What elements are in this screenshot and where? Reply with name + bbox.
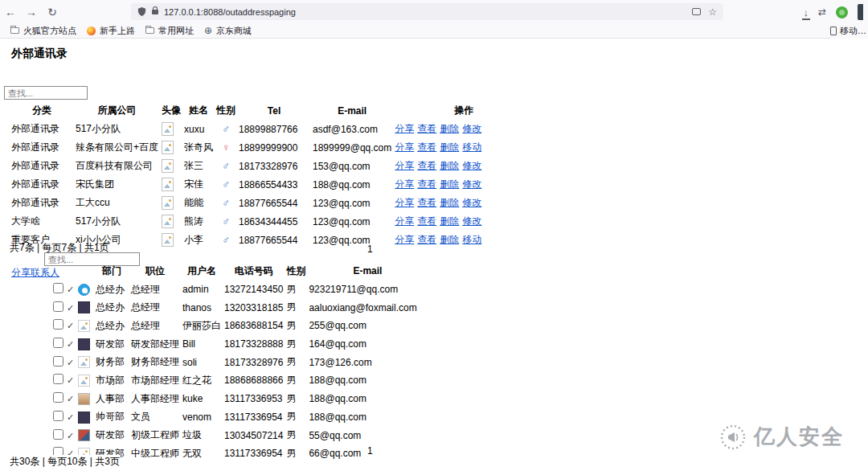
- action-link[interactable]: 分享: [395, 141, 414, 153]
- name-cell: 小李: [182, 231, 215, 249]
- bookmark-label: 常用网址: [158, 25, 194, 37]
- gender-cell: 男: [285, 408, 307, 427]
- check-cell: ✓: [65, 280, 76, 299]
- action-link[interactable]: 移动: [462, 141, 481, 153]
- page-action-icon[interactable]: [692, 8, 701, 15]
- avatar: [78, 375, 90, 387]
- action-link[interactable]: 查看: [417, 178, 436, 190]
- check-icon: ✓: [67, 412, 74, 422]
- contact-checkbox[interactable]: [53, 338, 63, 348]
- contact-checkbox[interactable]: [53, 283, 63, 293]
- action-link[interactable]: 查看: [417, 160, 436, 171]
- action-link[interactable]: 删除: [440, 178, 459, 190]
- action-link[interactable]: 删除: [440, 123, 459, 134]
- position-cell: 文员: [129, 408, 181, 427]
- name-cell: 能能: [182, 194, 215, 212]
- action-link[interactable]: 删除: [440, 234, 459, 245]
- external-contacts-table: 分类 所属公司 头像 姓名 性别 Tel E-mail 操作 外部通讯录 517…: [10, 101, 486, 249]
- bookmark-item[interactable]: 新手上路: [87, 25, 135, 37]
- watermark-text: 亿人安全: [754, 423, 844, 451]
- contact-checkbox[interactable]: [53, 411, 63, 421]
- actions-cell: 分享查看删除移动: [393, 138, 486, 157]
- bookmark-item[interactable]: 火狐官方站点: [10, 25, 76, 37]
- tel-cell: 18634344455: [237, 212, 311, 231]
- bookmark-label: 京东商城: [216, 25, 252, 37]
- contact-checkbox[interactable]: [53, 319, 63, 330]
- actions-cell: 分享查看删除移动: [393, 231, 486, 249]
- lock-icon: [152, 10, 158, 14]
- action-link[interactable]: 分享: [395, 178, 414, 190]
- username-cell: 无双: [181, 444, 223, 463]
- refresh-button[interactable]: ↻: [42, 3, 63, 21]
- actions-cell: 分享查看删除修改: [393, 120, 486, 138]
- phone-cell: 18683688154: [223, 317, 285, 335]
- action-link[interactable]: 分享: [395, 215, 414, 227]
- action-link[interactable]: 查看: [417, 215, 436, 227]
- external-contact-row: 外部通讯录 517小分队 xuxu ♂ 18899887766 asdf@163…: [10, 120, 486, 138]
- dept-cell: 研发部: [94, 335, 129, 354]
- check-cell: ✓: [65, 353, 76, 371]
- dept-cell: 市场部: [94, 371, 129, 390]
- action-link[interactable]: 修改: [462, 178, 481, 190]
- action-link[interactable]: 删除: [440, 141, 459, 153]
- external-table-header-row: 分类 所属公司 头像 姓名 性别 Tel E-mail 操作: [10, 101, 486, 120]
- tel-cell: 18877665544: [237, 194, 311, 212]
- avatar-cell: [76, 335, 94, 354]
- position-cell: 初级工程师: [129, 426, 181, 444]
- action-link[interactable]: 修改: [462, 123, 481, 134]
- company-cell: 辣条有限公司+百度: [74, 138, 160, 157]
- contacts-table-header-row: 部门 职位 用户名 电话号码 性别 E-mail: [51, 262, 428, 280]
- download-icon[interactable]: ↓: [803, 7, 809, 18]
- gender-icon: ♂: [215, 175, 237, 194]
- action-link[interactable]: 修改: [462, 197, 481, 208]
- contact-checkbox[interactable]: [53, 301, 63, 312]
- bookmarks-overflow[interactable]: 移动…: [830, 23, 868, 39]
- email-cell: 188@qq.com: [311, 175, 393, 194]
- contacts-page-number[interactable]: 1: [367, 445, 373, 457]
- browser-toolbar: ← → ↻ 127.0.0.1:8088/outaddresspaging ☆ …: [0, 0, 868, 23]
- forward-button[interactable]: →: [21, 3, 42, 21]
- address-bar[interactable]: 127.0.0.1:8088/outaddresspaging ☆: [131, 3, 723, 20]
- dept-cell: 研发部: [94, 426, 129, 444]
- action-link[interactable]: 删除: [440, 160, 459, 171]
- tel-cell: 18173328976: [237, 157, 311, 175]
- action-link[interactable]: 删除: [440, 215, 459, 227]
- avatar-cell: [160, 138, 182, 157]
- action-link[interactable]: 修改: [462, 215, 481, 227]
- bookmark-item[interactable]: 常用网址: [145, 25, 194, 37]
- action-link[interactable]: 分享: [395, 160, 414, 171]
- check-cell: ✓: [65, 408, 76, 427]
- sync-icon[interactable]: ⇄: [818, 6, 826, 18]
- extension-icon[interactable]: [836, 6, 848, 18]
- external-page-number[interactable]: 1: [367, 244, 373, 255]
- action-link[interactable]: 查看: [417, 141, 436, 153]
- contact-checkbox[interactable]: [53, 374, 63, 384]
- avatar-cell: [160, 175, 182, 194]
- avatar-cell: [160, 194, 182, 212]
- bookmark-item[interactable]: ⊕ 京东商城: [204, 25, 252, 37]
- action-link[interactable]: 分享: [395, 123, 414, 134]
- action-link[interactable]: 移动: [462, 234, 481, 245]
- page-title: 外部通讯录: [11, 47, 68, 61]
- check-cell: ✓: [65, 335, 76, 354]
- action-link[interactable]: 查看: [417, 234, 436, 245]
- actions-cell: 分享查看删除修改: [393, 212, 486, 231]
- company-cell: 工大ccu: [74, 194, 160, 212]
- external-search-input[interactable]: [4, 86, 88, 100]
- bookmark-star-icon[interactable]: ☆: [708, 6, 717, 18]
- avatar-cell: [76, 371, 94, 390]
- email-cell: asdf@163.com: [311, 120, 393, 138]
- contact-checkbox[interactable]: [53, 356, 63, 366]
- action-link[interactable]: 分享: [395, 197, 414, 208]
- back-button[interactable]: ←: [0, 3, 21, 21]
- contact-checkbox[interactable]: [53, 392, 63, 403]
- action-link[interactable]: 查看: [417, 197, 436, 208]
- action-link[interactable]: 查看: [417, 123, 436, 134]
- action-link[interactable]: 删除: [440, 197, 459, 208]
- check-cell: ✓: [65, 426, 76, 444]
- contact-checkbox[interactable]: [53, 429, 63, 440]
- action-link[interactable]: 修改: [462, 160, 481, 171]
- action-link[interactable]: 分享: [395, 234, 414, 245]
- check-icon: ✓: [67, 339, 74, 349]
- check-icon: ✓: [67, 375, 74, 385]
